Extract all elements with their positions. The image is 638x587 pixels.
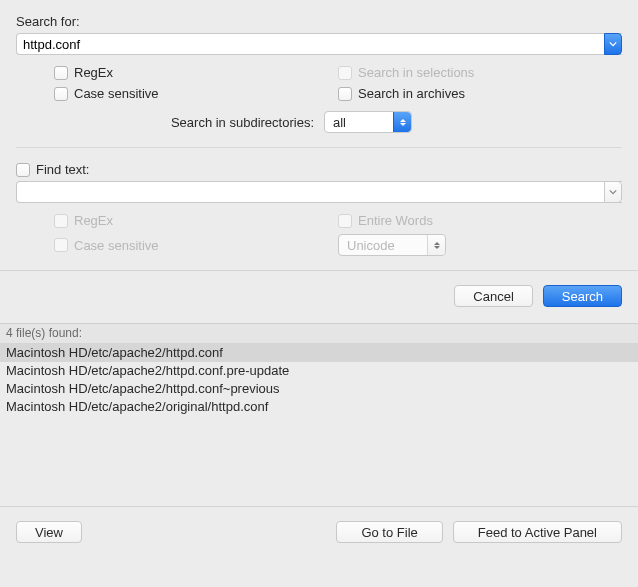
- entire-words-label: Entire Words: [358, 213, 433, 228]
- findtext-case-checkbox: Case sensitive: [54, 234, 338, 256]
- encoding-arrow-icon: [427, 235, 445, 255]
- result-row[interactable]: Macintosh HD/etc/apache2/original/httpd.…: [0, 398, 638, 416]
- find-text-field[interactable]: [16, 181, 622, 203]
- search-button[interactable]: Search: [543, 285, 622, 307]
- regex-label: RegEx: [74, 65, 113, 80]
- search-selections-checkbox: Search in selections: [338, 65, 622, 80]
- find-text-label: Find text:: [36, 162, 89, 177]
- encoding-select: Unicode: [338, 234, 446, 256]
- case-checkbox-input[interactable]: [54, 87, 68, 101]
- results-list[interactable]: Macintosh HD/etc/apache2/httpd.confMacin…: [0, 344, 638, 506]
- result-row[interactable]: Macintosh HD/etc/apache2/httpd.conf: [0, 344, 638, 362]
- findtext-case-label: Case sensitive: [74, 238, 159, 253]
- find-text-dropdown-arrow[interactable]: [604, 181, 622, 203]
- subdirs-select[interactable]: all: [324, 111, 412, 133]
- findtext-regex-label: RegEx: [74, 213, 113, 228]
- subdirs-value: all: [333, 115, 346, 130]
- search-selections-input: [338, 66, 352, 80]
- findtext-regex-checkbox: RegEx: [54, 213, 338, 228]
- search-selections-label: Search in selections: [358, 65, 474, 80]
- findtext-regex-input: [54, 214, 68, 228]
- entire-words-checkbox: Entire Words: [338, 213, 622, 228]
- entire-words-input: [338, 214, 352, 228]
- case-label: Case sensitive: [74, 86, 159, 101]
- search-archives-label: Search in archives: [358, 86, 465, 101]
- findtext-case-input: [54, 238, 68, 252]
- find-text-checkbox-input[interactable]: [16, 163, 30, 177]
- result-row[interactable]: Macintosh HD/etc/apache2/httpd.conf.pre-…: [0, 362, 638, 380]
- case-checkbox[interactable]: Case sensitive: [54, 86, 338, 101]
- search-for-field[interactable]: [16, 33, 622, 55]
- go-to-file-button[interactable]: Go to File: [336, 521, 442, 543]
- result-row[interactable]: Macintosh HD/etc/apache2/httpd.conf~prev…: [0, 380, 638, 398]
- search-for-dropdown-arrow[interactable]: [604, 33, 622, 55]
- subdirs-arrow-icon: [393, 112, 411, 132]
- results-header: 4 file(s) found:: [0, 323, 638, 344]
- find-text-checkbox[interactable]: Find text:: [16, 162, 89, 177]
- regex-checkbox-input[interactable]: [54, 66, 68, 80]
- divider: [16, 147, 622, 148]
- search-archives-input[interactable]: [338, 87, 352, 101]
- search-archives-checkbox[interactable]: Search in archives: [338, 86, 622, 101]
- subdirs-label: Search in subdirectories:: [16, 115, 314, 130]
- encoding-value: Unicode: [347, 238, 395, 253]
- search-for-input[interactable]: [16, 33, 622, 55]
- regex-checkbox[interactable]: RegEx: [54, 65, 338, 80]
- feed-to-panel-button[interactable]: Feed to Active Panel: [453, 521, 622, 543]
- find-text-input[interactable]: [16, 181, 622, 203]
- view-button[interactable]: View: [16, 521, 82, 543]
- cancel-button[interactable]: Cancel: [454, 285, 532, 307]
- search-for-label: Search for:: [16, 14, 622, 29]
